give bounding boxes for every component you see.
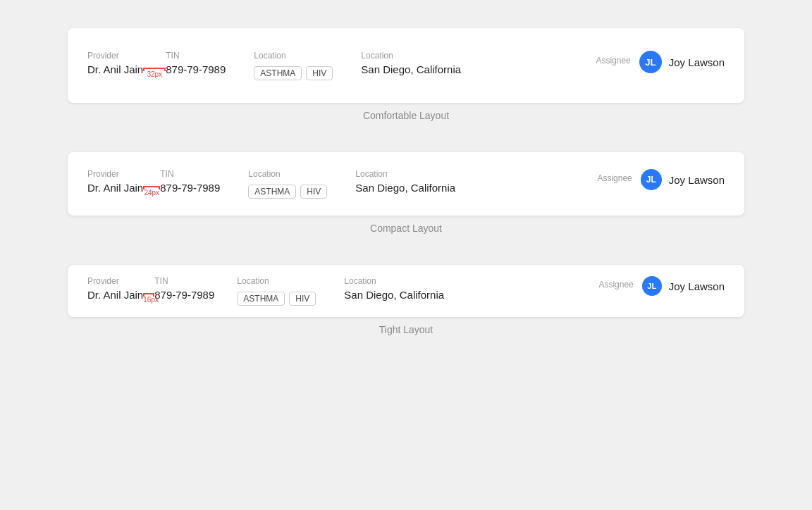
provider-value-compact: Dr. Anil Jain	[87, 182, 143, 194]
tin-value-comfortable: 879-79-7989	[166, 63, 226, 75]
tight-section: Provider Dr. Anil Jain 16px TIN 879-79-7…	[68, 265, 744, 361]
tag-asthma-comfortable: ASTHMA	[254, 66, 302, 80]
assignee-name-tight: Joy Lawson	[669, 280, 725, 292]
location2-label-tight: Location	[344, 276, 444, 286]
avatar-compact: JL	[641, 169, 662, 190]
assignee-compact: Assignee JL Joy Lawson	[597, 169, 725, 190]
location-tags-comfortable: Location ASTHMA HIV	[254, 51, 333, 80]
tight-card: Provider Dr. Anil Jain 16px TIN 879-79-7…	[68, 265, 744, 317]
location1-label-comfortable: Location	[254, 51, 333, 61]
tag-asthma-tight: ASTHMA	[237, 292, 285, 306]
comfortable-card: Provider Dr. Anil Jain 32px TIN 879-79-7…	[68, 28, 744, 103]
tag-hiv-comfortable: HIV	[306, 66, 333, 80]
location-text-compact: Location San Diego, California	[355, 169, 455, 194]
tin-value-compact: 879-79-7989	[160, 182, 220, 194]
tight-label: Tight Layout	[68, 324, 744, 335]
assignee-label-comfortable: Assignee	[596, 56, 630, 66]
comfortable-fields-row: Provider Dr. Anil Jain 32px TIN 879-79-7…	[87, 51, 725, 80]
compact-section: Provider Dr. Anil Jain 24px TIN 879-79-7…	[68, 152, 744, 259]
location2-value-comfortable: San Diego, California	[361, 63, 461, 75]
tin-label-tight: TIN	[154, 276, 214, 286]
compact-fields-row: Provider Dr. Anil Jain 24px TIN 879-79-7…	[87, 169, 725, 199]
avatar-comfortable: JL	[639, 51, 662, 73]
tin-label-compact: TIN	[160, 169, 220, 179]
location2-label-comfortable: Location	[361, 51, 461, 61]
provider-label-tight: Provider	[87, 276, 143, 286]
tags-comfortable: ASTHMA HIV	[254, 66, 333, 80]
tag-asthma-compact: ASTHMA	[248, 185, 296, 199]
gap-annotation-compact: 24px	[143, 189, 160, 197]
location2-label-compact: Location	[355, 169, 455, 179]
location2-value-tight: San Diego, California	[344, 289, 444, 301]
tags-tight: ASTHMA HIV	[237, 292, 316, 306]
assignee-label-tight: Assignee	[598, 280, 633, 290]
gap-annotation-tight: 16px	[143, 296, 154, 304]
comfortable-section: Provider Dr. Anil Jain 32px TIN 879-79-7…	[68, 28, 744, 147]
location-tags-compact: Location ASTHMA HIV	[248, 169, 327, 199]
assignee-comfortable: Assignee JL Joy Lawson	[596, 51, 725, 73]
location2-value-compact: San Diego, California	[355, 182, 455, 194]
comfortable-label: Comfortable Layout	[68, 110, 744, 121]
assignee-tight: Assignee JL Joy Lawson	[598, 276, 725, 296]
location-text-tight: Location San Diego, California	[344, 276, 444, 301]
provider-value-tight: Dr. Anil Jain	[87, 289, 143, 301]
gap-annotation-comfortable: 32px	[143, 70, 166, 78]
location-text-comfortable: Location San Diego, California	[361, 51, 461, 75]
tag-hiv-compact: HIV	[300, 185, 327, 199]
location-tags-tight: Location ASTHMA HIV	[237, 276, 316, 306]
location1-label-tight: Location	[237, 276, 316, 286]
compact-card: Provider Dr. Anil Jain 24px TIN 879-79-7…	[68, 152, 744, 216]
compact-label: Compact Layout	[68, 223, 744, 234]
assignee-name-comfortable: Joy Lawson	[669, 56, 725, 68]
provider-value-comfortable: Dr. Anil Jain	[87, 63, 143, 75]
avatar-tight: JL	[642, 276, 662, 296]
assignee-label-compact: Assignee	[597, 173, 632, 183]
tin-label-comfortable: TIN	[166, 51, 226, 61]
tin-value-tight: 879-79-7989	[154, 289, 214, 301]
tags-compact: ASTHMA HIV	[248, 185, 327, 199]
location1-label-compact: Location	[248, 169, 327, 179]
tight-fields-row: Provider Dr. Anil Jain 16px TIN 879-79-7…	[87, 276, 725, 306]
provider-label-compact: Provider	[87, 169, 143, 179]
tag-hiv-tight: HIV	[289, 292, 316, 306]
provider-label-comfortable: Provider	[87, 51, 143, 61]
assignee-name-compact: Joy Lawson	[669, 174, 725, 186]
